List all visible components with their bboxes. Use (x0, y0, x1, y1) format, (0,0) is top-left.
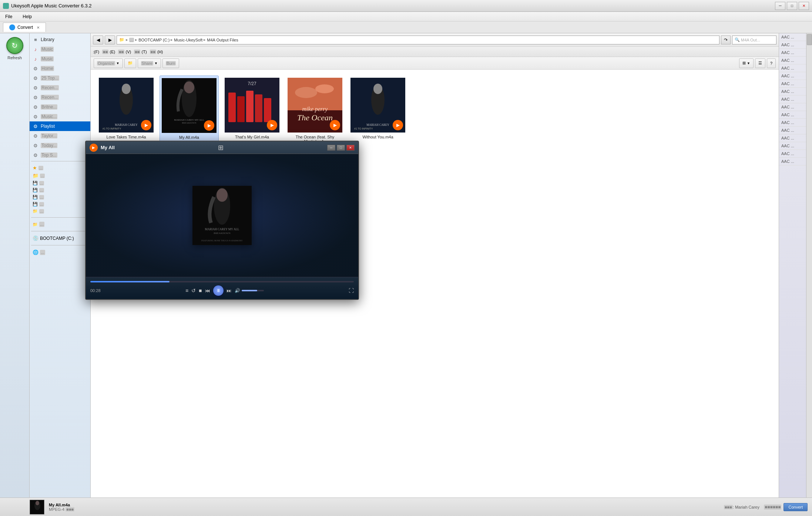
nav-starred[interactable]: ★ ... (33, 164, 87, 172)
player-grid-icon[interactable]: ⊞ (218, 144, 224, 152)
nav-web: 🌐 ... (30, 247, 90, 258)
nav-folder4[interactable]: 💾 ... (33, 194, 87, 201)
sidebar-item-today[interactable]: ⚙ Today... (30, 141, 90, 150)
convert-button[interactable]: Convert (784, 503, 808, 511)
maximize-button[interactable]: □ (787, 2, 797, 10)
sidebar-item-playlist[interactable]: ⚙ Playlist (30, 121, 90, 131)
drive-bar: :(F) ■■ (E) ■■ (V) ■■ (T) ■■ (H) (91, 47, 779, 57)
file-item-my-all[interactable]: MARIAH CAREY MY ALL BREAKDOWN ▶ My All.m… (160, 76, 219, 146)
volume-bar[interactable] (242, 290, 264, 291)
menu-player-btn[interactable]: ≡ (185, 288, 188, 294)
player-window-controls[interactable]: ⊞ (218, 144, 224, 152)
play-button-myall[interactable]: ▶ (204, 120, 214, 131)
file-item-love-takes-time[interactable]: MARIAH CAREY #1 TO INFINITY ▶ Love Takes… (97, 76, 156, 146)
forward-button[interactable]: ▶ (105, 36, 115, 44)
details-toggle-button[interactable]: ☰ (755, 58, 765, 68)
path-output: M4A Output Files (207, 38, 238, 42)
repeat-btn[interactable]: ↺ (191, 288, 196, 294)
sidebar-item-tops[interactable]: ⚙ Top S... (30, 150, 90, 160)
path-separator-2: ▸ (135, 37, 137, 42)
sidebar-item-library[interactable]: ≡ Library (30, 35, 90, 44)
player-progress-bar[interactable] (90, 281, 354, 282)
tab-convert[interactable]: Convert ✕ (3, 23, 46, 32)
player-buttons: ≡ ↺ ■ ⏮ ⏸ ⏭ 🔊 (185, 285, 264, 296)
next-btn[interactable]: ⏭ (227, 288, 232, 294)
scrollbar-thumb[interactable] (807, 34, 812, 45)
share-button[interactable]: Share ▼ (138, 58, 161, 68)
play-button-5h[interactable]: ▶ (267, 120, 277, 130)
nav-folder3[interactable]: 💾 ... (33, 187, 87, 194)
sidebar-label-library: Library (41, 37, 54, 42)
bootcamp-drive-icon: 💿 (33, 235, 38, 241)
minimize-button[interactable]: ─ (775, 2, 785, 10)
address-path[interactable]: 📁 ▸ ... ▸ BOOTCAMP (C:) ▸ Music-UkeySoft… (117, 36, 719, 44)
player-maximize-button[interactable]: □ (337, 145, 345, 151)
svg-point-30 (36, 501, 39, 505)
view-icon: ⊞ (742, 61, 746, 66)
nav-folder5[interactable]: 💾 ... (33, 201, 87, 208)
nav-network-folder[interactable]: 📁 ... (33, 220, 87, 228)
nav-bootcamp-drive[interactable]: 💿 BOOTCAMP (C:) (33, 234, 87, 242)
close-button[interactable]: ✕ (799, 2, 809, 10)
sidebar-separator-2 (31, 217, 89, 218)
play-button-ocean[interactable]: ▶ (330, 120, 340, 130)
sidebar-item-music2[interactable]: ♪ Music (30, 54, 90, 64)
player-pause-button[interactable]: ⏸ (213, 285, 224, 296)
play-button-without[interactable]: ▶ (393, 120, 403, 130)
sidebar-item-recent1[interactable]: ⚙ Recen... (30, 83, 90, 93)
player-controls-right[interactable]: ─ □ ✕ (327, 145, 355, 151)
album-art-ocean: mike perry The Ocean ▶ (288, 78, 342, 133)
nav-folder6[interactable]: 📁 ... (33, 208, 87, 215)
sidebar-item-taylor[interactable]: ⚙ Taylor... (30, 131, 90, 141)
svg-text:MARIAH CAREY MY ALL: MARIAH CAREY MY ALL (174, 118, 204, 121)
nav-folder2[interactable]: 💾 ... (33, 180, 87, 187)
file-item-thats-my-girl[interactable]: 7/27 ▶ That's My Girl.m4a (222, 76, 282, 146)
address-search-input[interactable]: 🔍 M4A Out... (732, 36, 776, 44)
title-bar-controls[interactable]: ─ □ ✕ (775, 2, 809, 10)
play-button-love[interactable]: ▶ (141, 120, 151, 130)
player-title-left: ▶ My All (90, 144, 115, 152)
nav-folder1[interactable]: 📁 ... (33, 172, 87, 180)
player-volume-control[interactable]: 🔊 (235, 288, 264, 293)
menu-file[interactable]: File (3, 13, 14, 20)
view-dropdown-icon: ▼ (747, 61, 750, 65)
sidebar-label-tops: Top S... (41, 153, 57, 158)
gear-icon-6: ⚙ (33, 114, 38, 120)
sidebar-item-britney[interactable]: ⚙ Britne... (30, 102, 90, 112)
fullscreen-button[interactable]: ⛶ (349, 288, 354, 294)
refresh-button[interactable]: ↻ Refresh (6, 37, 23, 60)
gear-icon-7: ⚙ (33, 123, 38, 129)
address-bar: ◀ ▶ 📁 ▸ ... ▸ BOOTCAMP (C:) ▸ Music-Ukey… (91, 33, 779, 47)
help-button[interactable]: ? (767, 58, 776, 68)
back-button[interactable]: ◀ (93, 36, 103, 44)
svg-rect-15 (255, 94, 262, 122)
view-toggle-button[interactable]: ⊞ ▼ (739, 58, 754, 68)
organize-button[interactable]: Organize ▼ (94, 58, 123, 68)
sidebar-item-music3[interactable]: ⚙ Music... (30, 112, 90, 121)
svg-rect-16 (264, 98, 271, 122)
prev-btn[interactable]: ⏮ (205, 288, 210, 294)
file-item-without-you[interactable]: MARIAH CAREY #1 TO INFINITY ▶ Without Yo… (348, 76, 407, 146)
right-scrollbar[interactable] (806, 33, 812, 497)
address-refresh-button[interactable]: ↷ (721, 36, 731, 44)
now-playing-artist: ■■■: Mariah Carey (724, 505, 759, 509)
tab-close-icon[interactable]: ✕ (37, 26, 40, 30)
sidebar-item-top25[interactable]: ⚙ 25 Top... (30, 73, 90, 83)
nav-bootcamp: 💿 BOOTCAMP (C:) (30, 232, 90, 244)
file-item-ocean[interactable]: mike perry The Ocean ▶ The Ocean (feat. … (285, 76, 345, 146)
menu-help[interactable]: Help (20, 13, 34, 20)
player-close-button[interactable]: ✕ (346, 145, 355, 151)
sidebar-item-home[interactable]: ⚙ Home (30, 64, 90, 73)
stop-btn[interactable]: ■ (199, 288, 202, 294)
new-folder-button[interactable]: 📁 (124, 58, 136, 68)
sidebar-item-recent2[interactable]: ⚙ Recen... (30, 93, 90, 102)
player-minimize-button[interactable]: ─ (327, 145, 335, 151)
burn-button[interactable]: Burn (162, 58, 179, 68)
refresh-label: Refresh (7, 56, 22, 60)
sidebar-item-music1[interactable]: ♪ Music (30, 44, 90, 54)
sidebar-label-recent2: Recen... (41, 95, 59, 100)
nav-web-item[interactable]: 🌐 ... (33, 248, 87, 257)
organize-dropdown-icon: ▼ (116, 61, 120, 65)
gear-icon-4: ⚙ (33, 94, 38, 100)
search-icon: 🔍 (735, 37, 740, 42)
